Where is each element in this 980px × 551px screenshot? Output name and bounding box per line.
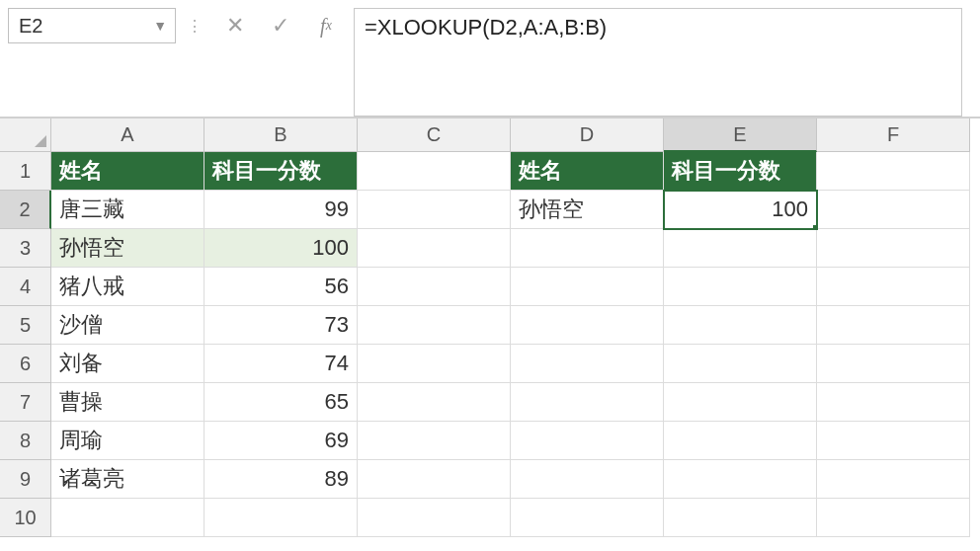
cell-c6[interactable] <box>358 345 511 383</box>
cell-e5[interactable] <box>664 306 817 345</box>
cell-value: 沙僧 <box>59 310 103 340</box>
cell-a5[interactable]: 沙僧 <box>51 306 204 345</box>
cell-value: 唐三藏 <box>59 195 124 224</box>
cell-c2[interactable] <box>358 191 511 229</box>
row-header-2[interactable]: 2 <box>0 191 51 229</box>
cell-f9[interactable] <box>817 460 970 499</box>
column-header-d[interactable]: D <box>511 118 664 152</box>
cell-d4[interactable] <box>511 268 664 306</box>
column-header-b[interactable]: B <box>204 118 358 152</box>
cell-b4[interactable]: 56 <box>204 268 358 306</box>
cell-f8[interactable] <box>817 422 970 460</box>
formula-input[interactable]: =XLOOKUP(D2,A:A,B:B) <box>354 8 962 117</box>
cell-b3[interactable]: 100 <box>204 229 358 268</box>
cell-value: 科目一分数 <box>212 156 321 186</box>
cell-e7[interactable] <box>664 383 817 422</box>
cell-d6[interactable] <box>511 345 664 383</box>
row-header-10[interactable]: 10 <box>0 499 51 537</box>
cell-e9[interactable] <box>664 460 817 499</box>
row-header-6[interactable]: 6 <box>0 345 51 383</box>
cell-c3[interactable] <box>358 229 511 268</box>
cell-f4[interactable] <box>817 268 970 306</box>
cell-e1[interactable]: 科目一分数 <box>664 152 817 191</box>
row-header-8[interactable]: 8 <box>0 422 51 460</box>
cell-c1[interactable] <box>358 152 511 191</box>
cell-a4[interactable]: 猪八戒 <box>51 268 204 306</box>
cell-value: 99 <box>325 197 349 222</box>
row-header-5[interactable]: 5 <box>0 306 51 345</box>
cell-value: 曹操 <box>59 387 103 417</box>
cell-e4[interactable] <box>664 268 817 306</box>
column-headers: ABCDEF <box>0 118 980 152</box>
formula-bar: E2 ▼ ⋮ ✕ ✓ fx =XLOOKUP(D2,A:A,B:B) <box>0 0 980 118</box>
fx-icon[interactable]: fx <box>312 12 340 39</box>
cell-f6[interactable] <box>817 345 970 383</box>
cell-f2[interactable] <box>817 191 970 229</box>
cell-d2[interactable]: 孙悟空 <box>511 191 664 229</box>
name-box[interactable]: E2 ▼ <box>8 8 176 43</box>
cell-a2[interactable]: 唐三藏 <box>51 191 204 229</box>
row-header-1[interactable]: 1 <box>0 152 51 191</box>
cell-f1[interactable] <box>817 152 970 191</box>
spreadsheet-grid: ABCDEF 1姓名科目一分数姓名科目一分数2唐三藏99孙悟空1003孙悟空10… <box>0 118 980 537</box>
cell-f7[interactable] <box>817 383 970 422</box>
cell-value: 孙悟空 <box>519 195 584 224</box>
cell-b8[interactable]: 69 <box>204 422 358 460</box>
cell-e2[interactable]: 100 <box>664 191 817 229</box>
row-header-3[interactable]: 3 <box>0 229 51 268</box>
cell-c4[interactable] <box>358 268 511 306</box>
cell-c5[interactable] <box>358 306 511 345</box>
cell-d5[interactable] <box>511 306 664 345</box>
row: 2唐三藏99孙悟空100 <box>0 191 980 229</box>
column-header-f[interactable]: F <box>817 118 970 152</box>
cell-c8[interactable] <box>358 422 511 460</box>
cell-a7[interactable]: 曹操 <box>51 383 204 422</box>
select-all-corner[interactable] <box>0 118 51 152</box>
cell-c7[interactable] <box>358 383 511 422</box>
cell-value: 100 <box>312 235 349 261</box>
row-header-4[interactable]: 4 <box>0 268 51 306</box>
cell-a6[interactable]: 刘备 <box>51 345 204 383</box>
cancel-icon[interactable]: ✕ <box>221 12 249 39</box>
column-header-c[interactable]: C <box>358 118 511 152</box>
cell-f3[interactable] <box>817 229 970 268</box>
cell-d10[interactable] <box>511 499 664 537</box>
cell-d9[interactable] <box>511 460 664 499</box>
enter-icon[interactable]: ✓ <box>267 12 294 39</box>
row-header-9[interactable]: 9 <box>0 460 51 499</box>
cell-e8[interactable] <box>664 422 817 460</box>
cell-c9[interactable] <box>358 460 511 499</box>
cell-a10[interactable] <box>51 499 204 537</box>
cell-e3[interactable] <box>664 229 817 268</box>
separator-icon: ⋮ <box>184 8 207 43</box>
cell-f5[interactable] <box>817 306 970 345</box>
cell-value: 100 <box>772 197 808 222</box>
cell-d7[interactable] <box>511 383 664 422</box>
cell-value: 姓名 <box>59 156 103 186</box>
row: 3孙悟空100 <box>0 229 980 268</box>
column-header-a[interactable]: A <box>51 118 204 152</box>
cell-a1[interactable]: 姓名 <box>51 152 204 191</box>
cell-e6[interactable] <box>664 345 817 383</box>
cell-a3[interactable]: 孙悟空 <box>51 229 204 268</box>
cell-b5[interactable]: 73 <box>204 306 358 345</box>
cell-value: 科目一分数 <box>672 156 780 186</box>
column-header-e[interactable]: E <box>664 118 817 152</box>
fill-handle[interactable] <box>812 224 817 229</box>
cell-b6[interactable]: 74 <box>204 345 358 383</box>
cell-a8[interactable]: 周瑜 <box>51 422 204 460</box>
cell-d1[interactable]: 姓名 <box>511 152 664 191</box>
cell-e10[interactable] <box>664 499 817 537</box>
row-header-7[interactable]: 7 <box>0 383 51 422</box>
cell-a9[interactable]: 诸葛亮 <box>51 460 204 499</box>
cell-d8[interactable] <box>511 422 664 460</box>
cell-d3[interactable] <box>511 229 664 268</box>
cell-b9[interactable]: 89 <box>204 460 358 499</box>
chevron-down-icon[interactable]: ▼ <box>153 18 167 34</box>
cell-c10[interactable] <box>358 499 511 537</box>
cell-b7[interactable]: 65 <box>204 383 358 422</box>
cell-b2[interactable]: 99 <box>204 191 358 229</box>
cell-f10[interactable] <box>817 499 970 537</box>
cell-b10[interactable] <box>204 499 358 537</box>
cell-b1[interactable]: 科目一分数 <box>204 152 358 191</box>
